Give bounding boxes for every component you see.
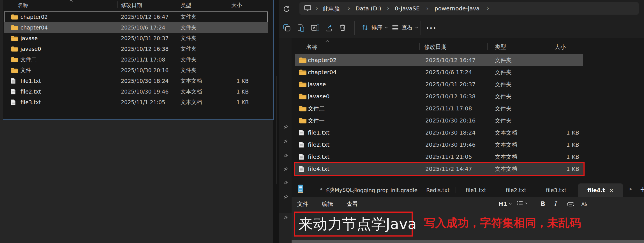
file-row[interactable]: 文件二 2025/11/1 17:08 文件夹 xyxy=(4,54,268,65)
file-row[interactable]: file2.txt 2025/10/30 19:46 文本文档 1 KB xyxy=(4,86,268,97)
sort-ascending-caret-icon xyxy=(325,40,329,42)
pin-icon[interactable] xyxy=(283,153,288,158)
folder-icon xyxy=(299,81,306,87)
column-separator[interactable] xyxy=(117,1,118,8)
column-separator[interactable] xyxy=(419,43,420,50)
tab-file1-txt[interactable]: file1.txt xyxy=(456,183,496,197)
file-row[interactable]: 文件一 2025/10/30 20:16 文件夹 xyxy=(295,114,583,126)
file-row[interactable]: javase 2025/10/31 20:37 文件夹 xyxy=(4,33,268,44)
file-row[interactable]: 文件一 2025/10/30 20:16 文件夹 xyxy=(4,65,268,76)
paste-button[interactable] xyxy=(297,24,305,32)
pin-icon[interactable] xyxy=(283,139,288,144)
tab-logging-prop[interactable]: logging.prop xyxy=(356,183,388,197)
delete-button[interactable] xyxy=(339,24,347,31)
file-row[interactable]: file3.txt 2025/11/1 21:05 文本文档 1 KB xyxy=(4,97,268,108)
breadcrumb-drive-d[interactable]: Data (D:) xyxy=(356,5,381,12)
column-separator[interactable] xyxy=(178,1,178,8)
file-name: chapter04 xyxy=(308,69,336,76)
tab-file2-txt[interactable]: file2.txt xyxy=(496,183,536,197)
file-date: 2025/10/12 16:38 xyxy=(121,46,168,52)
file-row-selected[interactable]: chapter04 2025/10/6 17:24 文件夹 xyxy=(4,22,268,33)
column-header-date[interactable]: 修改日期 xyxy=(121,2,142,9)
file-row[interactable]: file1.txt 2025/10/30 18:24 文本文档 1 KB xyxy=(4,76,268,86)
tab-redis-txt[interactable]: Redis.txt xyxy=(420,183,456,197)
file-row[interactable]: 文件二 2025/11/1 17:08 文件夹 xyxy=(295,102,583,114)
breadcrumb-chevron: › xyxy=(316,5,318,12)
tab-file4-txt-active[interactable]: file4.t × xyxy=(578,183,623,197)
tab-mysql-doc[interactable]: 解决MySQL挂 xyxy=(326,183,356,197)
tab-scroll-left-icon[interactable]: ◂ xyxy=(320,186,322,192)
clear-formatting-button[interactable]: Ab xyxy=(581,201,589,207)
tab-init-gradle[interactable]: init.gradle xyxy=(388,183,420,197)
notepad-menu-bar: 文件 编辑 查看 H1 B I Ab xyxy=(292,197,644,211)
menu-file[interactable]: 文件 xyxy=(297,200,308,208)
file-row[interactable]: chapter02 2025/10/12 16:47 文件夹 xyxy=(4,12,268,22)
view-button[interactable]: 查看 xyxy=(391,24,418,31)
file-type: 文件夹 xyxy=(181,56,197,63)
italic-button[interactable]: I xyxy=(554,200,557,207)
column-header-name[interactable]: 名称 xyxy=(18,2,28,9)
file-type: 文件夹 xyxy=(495,80,512,88)
file-row[interactable]: file1.txt 2025/10/30 18:24 文本文档 1 KB xyxy=(295,126,583,138)
left-column-header-row: 名称 修改日期 类型 大小 xyxy=(3,0,273,9)
menu-edit[interactable]: 编辑 xyxy=(322,200,333,208)
file-type: 文本文档 xyxy=(495,129,517,136)
pin-icon[interactable] xyxy=(283,180,288,185)
breadcrumb-this-pc[interactable]: 此电脑 xyxy=(323,5,340,13)
copy-button[interactable] xyxy=(283,24,291,32)
active-tab-label: file4.t xyxy=(587,187,605,193)
file-row[interactable]: javase 2025/10/31 20:37 文件夹 xyxy=(295,78,583,90)
file-type: 文本文档 xyxy=(495,141,517,148)
file-row[interactable]: file3.txt 2025/11/1 21:05 文本文档 1 KB xyxy=(295,151,583,163)
tab-close-icon[interactable]: × xyxy=(609,187,614,194)
explorer-column-header-row: 名称 修改日期 类型 大小 xyxy=(279,40,641,52)
pin-icon[interactable] xyxy=(283,195,288,199)
file-size: 1 KB xyxy=(236,78,249,84)
column-header-name[interactable]: 名称 xyxy=(306,43,317,51)
left-explorer-panel: 名称 修改日期 类型 大小 chapter02 2025/10/12 16:47… xyxy=(3,0,274,120)
link-button[interactable] xyxy=(567,202,574,206)
tab-scroll-right-icon[interactable]: ▸ xyxy=(630,186,632,192)
share-button[interactable] xyxy=(325,24,333,32)
new-tab-button[interactable]: + xyxy=(640,185,644,194)
file-row-selected[interactable]: chapter02 2025/10/12 16:47 文件夹 xyxy=(295,54,583,66)
file-row[interactable]: javase0 2025/10/12 16:38 文件夹 xyxy=(4,44,268,54)
list-style-button[interactable] xyxy=(517,200,528,206)
file-date: 2025/11/2 14:47 xyxy=(425,165,472,172)
tab-file3-txt[interactable]: file3.txt xyxy=(536,183,576,197)
refresh-button[interactable] xyxy=(283,5,291,13)
sort-button[interactable]: 排序 xyxy=(361,24,388,31)
annotation-text: 写入成功，字符集相同，未乱码 xyxy=(424,215,581,231)
chevron-down-icon xyxy=(415,26,418,29)
column-header-type[interactable]: 类型 xyxy=(495,43,506,51)
breadcrumb-0-javase[interactable]: 0-JavaSE xyxy=(395,5,420,12)
column-header-date[interactable]: 修改日期 xyxy=(424,43,447,51)
file-row-file4-selected[interactable]: file4.txt 2025/11/2 14:47 文本文档 1 KB xyxy=(295,163,583,175)
menu-view[interactable]: 查看 xyxy=(347,200,358,208)
column-separator[interactable] xyxy=(487,43,488,50)
file-row[interactable]: chapter04 2025/10/6 17:24 文件夹 xyxy=(295,66,583,78)
column-header-type[interactable]: 类型 xyxy=(181,2,191,9)
pin-icon[interactable] xyxy=(283,167,288,172)
left-file-list: chapter02 2025/10/12 16:47 文件夹 chapter04… xyxy=(4,12,268,108)
file-row[interactable]: file2.txt 2025/10/30 19:46 文本文档 1 KB xyxy=(295,138,583,151)
file-date: 2025/10/12 16:47 xyxy=(121,14,168,20)
rename-button[interactable] xyxy=(311,24,319,32)
breadcrumb-bar[interactable]: › 此电脑 › Data (D:) › 0-JavaSE › powernode… xyxy=(299,2,639,15)
column-separator[interactable] xyxy=(547,43,547,50)
bold-button[interactable]: B xyxy=(541,200,545,207)
column-header-size[interactable]: 大小 xyxy=(231,2,242,9)
more-options-button[interactable]: ••• xyxy=(426,26,437,31)
annotation-red-box-content: 来动力节点学Java xyxy=(294,212,413,237)
column-separator[interactable] xyxy=(228,1,228,8)
breadcrumb-powernode-java[interactable]: powernode-java xyxy=(435,5,480,12)
pin-icon[interactable] xyxy=(283,125,288,130)
column-header-size[interactable]: 大小 xyxy=(555,43,566,51)
notepad-content-area[interactable]: 来动力节点学Java 写入成功，字符集相同，未乱码 xyxy=(292,211,644,240)
file-type: 文本文档 xyxy=(181,99,202,106)
heading-style-button[interactable]: H1 xyxy=(498,200,512,207)
chevron-down-icon xyxy=(385,26,388,29)
file-row[interactable]: javase0 2025/10/12 16:38 文件夹 xyxy=(295,90,583,102)
file-type: 文本文档 xyxy=(495,165,517,172)
pin-icon[interactable] xyxy=(283,215,288,220)
